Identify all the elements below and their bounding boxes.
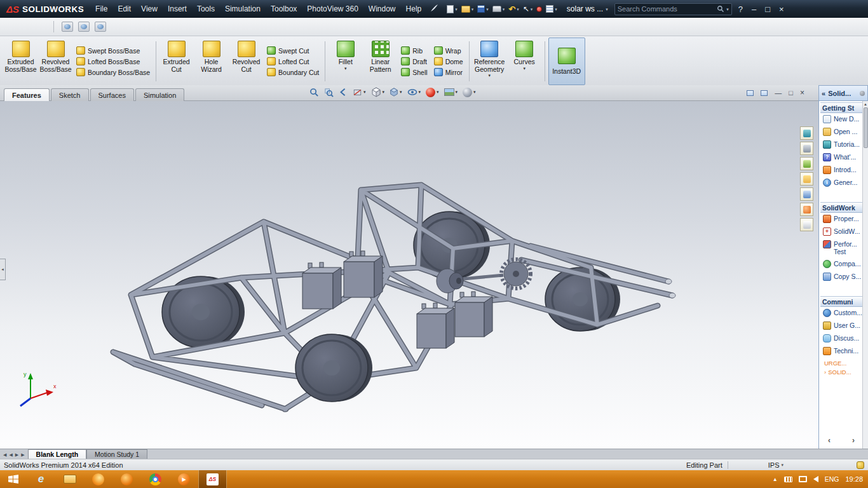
doc-close-button[interactable]: ×: [800, 88, 804, 97]
next-tab-button[interactable]: ▶: [14, 452, 20, 458]
prev-tab-button[interactable]: ◀: [8, 452, 13, 458]
taskbar-solidworks-button[interactable]: ΔS: [198, 470, 227, 488]
zoom-to-area-button[interactable]: [324, 88, 334, 97]
extruded-cut-button[interactable]: ExtrudedCut: [159, 38, 194, 85]
display-style-button[interactable]: ▾: [390, 88, 402, 97]
collapse-arrow-icon[interactable]: «: [822, 90, 825, 97]
menu-window[interactable]: Window: [363, 2, 401, 16]
link-customer-portal[interactable]: Custom...: [820, 307, 862, 320]
maximize-button[interactable]: □: [765, 5, 770, 13]
home-tab[interactable]: [800, 142, 813, 155]
lofted-cut-button[interactable]: Lofted Cut: [267, 57, 319, 65]
search-icon[interactable]: [717, 5, 724, 13]
doc-minimize-button[interactable]: —: [775, 89, 782, 97]
link-introducing[interactable]: Introd...: [820, 164, 862, 177]
status-tag-icon[interactable]: [857, 461, 864, 469]
swept-boss-base-button[interactable]: Swept Boss/Base: [76, 46, 150, 55]
doc-restore-button[interactable]: □: [789, 89, 793, 97]
file-properties-button[interactable]: ▾: [544, 4, 559, 14]
tab-sketch[interactable]: Sketch: [51, 88, 89, 101]
lofted-boss-base-button[interactable]: Lofted Boss/Base: [76, 57, 150, 65]
pager-previous-button[interactable]: ‹: [828, 436, 831, 445]
tab-simulation[interactable]: Simulation: [135, 88, 184, 101]
link-new-document[interactable]: New D...: [820, 113, 862, 126]
rib-button[interactable]: Rib: [401, 46, 427, 55]
taskbar-explorer-button[interactable]: [55, 470, 84, 488]
open-button[interactable]: ▾: [459, 4, 476, 14]
menu-insert[interactable]: Insert: [163, 2, 192, 16]
design-library-tab[interactable]: [800, 157, 813, 170]
task-pane-scrollbar[interactable]: ▲: [862, 101, 868, 449]
wrap-button[interactable]: Wrap: [434, 46, 463, 55]
scroll-up-arrow[interactable]: ▲: [864, 101, 867, 107]
extruded-boss-base-button[interactable]: ExtrudedBoss/Base: [3, 38, 38, 85]
instant3d-button[interactable]: Instant3D: [548, 37, 585, 85]
new-window-icon[interactable]: [747, 90, 754, 96]
menu-simulation[interactable]: Simulation: [220, 2, 266, 16]
menu-tools[interactable]: Tools: [192, 2, 220, 16]
link-open[interactable]: Open ...: [820, 126, 862, 139]
menu-file[interactable]: File: [90, 2, 112, 16]
shell-button[interactable]: Shell: [401, 68, 427, 76]
link-general-info[interactable]: iGener...: [820, 177, 862, 189]
tab-surfaces[interactable]: Surfaces: [90, 88, 134, 101]
menu-view[interactable]: View: [136, 2, 163, 16]
boundary-cut-button[interactable]: Boundary Cut: [267, 68, 319, 76]
tile-window-icon[interactable]: [761, 90, 768, 96]
section-view-button[interactable]: ▾: [353, 88, 366, 97]
view-settings-button[interactable]: ▾: [463, 88, 476, 97]
link-solidworks-rx[interactable]: +SolidW...: [820, 226, 862, 238]
menu-edit[interactable]: Edit: [112, 2, 136, 16]
select-button[interactable]: ↖▾: [521, 4, 535, 14]
battery-1[interactable]: [302, 262, 341, 309]
menu-help[interactable]: Help: [401, 2, 427, 16]
link-copy-settings[interactable]: Copy S...: [820, 271, 862, 283]
alert-link-solidworks[interactable]: ›SOLID...: [824, 369, 861, 376]
alert-link-urgent[interactable]: URGE...: [824, 360, 861, 367]
section-community[interactable]: Communi: [820, 296, 862, 307]
hole-wizard-button[interactable]: HoleWizard: [194, 38, 229, 85]
show-hidden-icons-button[interactable]: ▲: [773, 477, 778, 482]
menu-photoview360[interactable]: PhotoView 360: [302, 2, 363, 16]
zoom-to-fit-button[interactable]: [309, 88, 319, 97]
link-tutorials[interactable]: Tutoria...: [820, 139, 862, 151]
file-explorer-tab[interactable]: [800, 172, 813, 186]
link-technical-alerts[interactable]: Techni...: [820, 345, 862, 358]
volume-icon[interactable]: [813, 476, 818, 482]
orientation-triad[interactable]: y x: [20, 371, 57, 406]
link-performance-test[interactable]: Perfor... Test: [820, 238, 862, 258]
search-input[interactable]: [618, 5, 715, 13]
help-button[interactable]: ?: [738, 5, 743, 13]
task-pane-header[interactable]: « Solid...: [818, 85, 868, 101]
apply-scene-button[interactable]: ▾: [444, 88, 458, 96]
scroll-thumb[interactable]: [864, 107, 868, 148]
appearances-tab[interactable]: [800, 203, 813, 216]
new-document-button[interactable]: ▾: [445, 4, 459, 15]
tab-features[interactable]: Features: [4, 88, 50, 101]
battery-3[interactable]: [417, 303, 454, 348]
document-name-dropdown[interactable]: solar ws ...▾: [567, 4, 608, 13]
network-icon[interactable]: [799, 476, 807, 482]
link-discussion-forum[interactable]: Discus...: [820, 332, 862, 345]
touch-keyboard-icon[interactable]: [784, 477, 792, 482]
print-button[interactable]: ▾: [491, 4, 507, 13]
fillet-button[interactable]: Fillet ▾: [328, 38, 363, 85]
link-compare[interactable]: Compa...: [820, 258, 862, 271]
previous-view-button[interactable]: [339, 88, 348, 97]
minimize-button[interactable]: –: [752, 5, 756, 13]
undo-button[interactable]: ↶▾: [506, 4, 520, 15]
custom-properties-tab[interactable]: [800, 218, 813, 231]
model-tab[interactable]: Blank Length: [28, 449, 87, 459]
rebuild-button[interactable]: [534, 5, 544, 13]
screen-capture-icon[interactable]: [62, 22, 73, 32]
edit-appearance-button[interactable]: ▾: [426, 88, 439, 97]
taskbar-media-player-button[interactable]: ▶: [170, 470, 198, 488]
language-indicator[interactable]: ENG: [825, 475, 839, 483]
pin-icon[interactable]: [860, 91, 865, 96]
reference-geometry-button[interactable]: ReferenceGeometry ▾: [472, 38, 507, 85]
view-palette-tab[interactable]: [800, 187, 813, 201]
save-button[interactable]: ▾: [475, 4, 491, 14]
revolved-boss-base-button[interactable]: RevolvedBoss/Base: [38, 38, 73, 85]
swept-cut-button[interactable]: Swept Cut: [267, 46, 319, 55]
section-solidworks-tools[interactable]: SolidWork: [820, 202, 862, 213]
